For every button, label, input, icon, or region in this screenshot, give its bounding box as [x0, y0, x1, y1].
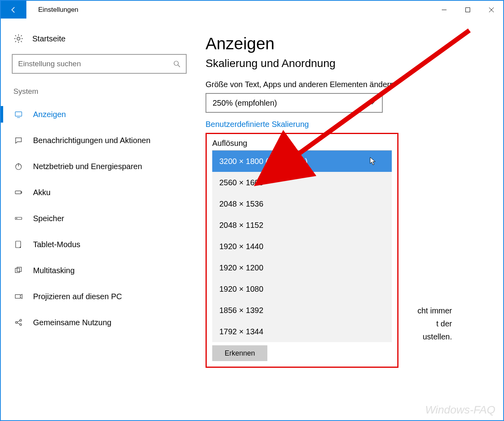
resolution-option-label: 1920 × 1080 — [219, 285, 263, 294]
scale-label: Größe von Text, Apps und anderen Element… — [206, 80, 487, 89]
sidebar-item-label: Netzbetrieb und Energiesparen — [33, 162, 142, 171]
project-icon — [13, 292, 24, 301]
svg-rect-17 — [15, 268, 20, 273]
sidebar-item-label: Gemeinsame Nutzung — [33, 318, 111, 327]
svg-rect-15 — [16, 241, 21, 248]
svg-point-14 — [17, 218, 17, 218]
maximize-icon — [465, 7, 471, 13]
chat-icon — [13, 136, 24, 145]
minimize-button[interactable] — [432, 1, 456, 19]
sidebar-item-label: Akku — [33, 188, 50, 197]
sidebar-item-label: Benachrichtigungen und Aktionen — [33, 136, 150, 145]
cursor-icon — [370, 157, 376, 166]
monitor-icon — [13, 110, 24, 119]
svg-point-20 — [15, 322, 17, 324]
sidebar-item-tablet[interactable]: Tablet-Modus — [1, 231, 198, 257]
svg-rect-18 — [17, 267, 21, 272]
battery-icon — [13, 188, 24, 197]
gear-icon — [13, 34, 24, 44]
back-button[interactable] — [1, 1, 26, 19]
resolution-option[interactable]: 1920 × 1080 — [212, 278, 392, 300]
sidebar-item-battery[interactable]: Akku — [1, 179, 198, 205]
scale-value: 250% (empfohlen) — [213, 99, 369, 108]
chevron-down-icon — [369, 99, 376, 106]
svg-line-23 — [17, 320, 20, 322]
page-title: Anzeigen — [206, 34, 487, 53]
multitask-icon — [13, 266, 24, 275]
search-icon — [173, 60, 180, 67]
svg-rect-1 — [466, 7, 470, 12]
minimize-icon — [441, 7, 447, 13]
maximize-button[interactable] — [456, 1, 480, 19]
main-panel: Anzeigen Skalierung und Anordnung Größe … — [198, 19, 503, 420]
svg-rect-7 — [15, 112, 22, 116]
sidebar-item-display[interactable]: Anzeigen — [1, 101, 198, 127]
sidebar: Startseite Einstellung suchen System Anz… — [1, 19, 198, 420]
sidebar-item-multitasking[interactable]: Multitasking — [1, 257, 198, 283]
resolution-label: Auflösung — [212, 139, 392, 148]
sidebar-item-share[interactable]: Gemeinsame Nutzung — [1, 309, 198, 335]
sidebar-item-label: Tablet-Modus — [33, 240, 80, 249]
resolution-option-label: 1920 × 1200 — [219, 263, 263, 272]
sidebar-home[interactable]: Startseite — [1, 30, 198, 47]
svg-line-24 — [17, 323, 20, 324]
resolution-option[interactable]: 1920 × 1440 — [212, 236, 392, 257]
resolution-option-label: 1920 × 1440 — [219, 242, 263, 251]
svg-point-16 — [20, 247, 21, 248]
resolution-option[interactable]: 1856 × 1392 — [212, 300, 392, 321]
sidebar-item-label: Speicher — [33, 214, 64, 223]
sidebar-item-label: Multitasking — [33, 266, 75, 275]
sidebar-home-label: Startseite — [32, 34, 65, 43]
resolution-option-label: 2560 × 1600 — [219, 178, 263, 187]
custom-scaling-link[interactable]: Benutzerdefinierte Skalierung — [206, 120, 309, 129]
svg-point-5 — [174, 61, 178, 65]
title-bar: Einstellungen — [1, 1, 503, 19]
share-icon — [13, 318, 24, 327]
resolution-option[interactable]: 1920 × 1200 — [212, 257, 392, 278]
sidebar-item-storage[interactable]: Speicher — [1, 205, 198, 231]
resolution-dropdown[interactable]: 3200 × 1800 (empfohlen) 2560 × 1600 2048… — [212, 150, 392, 342]
svg-rect-19 — [15, 294, 20, 298]
close-icon — [489, 7, 494, 13]
resolution-option[interactable]: 3200 × 1800 (empfohlen) — [212, 151, 392, 172]
window-title: Einstellungen — [26, 1, 78, 19]
close-button[interactable] — [480, 1, 503, 19]
svg-rect-12 — [21, 192, 22, 193]
power-icon — [13, 162, 24, 171]
resolution-option-label: 2048 × 1536 — [219, 199, 263, 209]
resolution-option-label: 2048 × 1152 — [219, 221, 263, 230]
search-input[interactable]: Einstellung suchen — [12, 54, 187, 74]
resolution-option[interactable]: 2560 × 1600 — [212, 172, 392, 193]
resolution-option[interactable]: 1792 × 1344 — [212, 321, 392, 342]
resolution-highlight: Auflösung 3200 × 1800 (empfohlen) 2560 ×… — [206, 133, 398, 368]
resolution-option[interactable]: 2048 × 1536 — [212, 193, 392, 214]
resolution-option-label: 1792 × 1344 — [219, 327, 263, 336]
section-title: Skalierung und Anordnung — [206, 57, 487, 70]
svg-line-6 — [178, 65, 180, 67]
svg-point-4 — [17, 37, 20, 40]
sidebar-item-notifications[interactable]: Benachrichtigungen und Aktionen — [1, 127, 198, 153]
resolution-option-label: 1856 × 1392 — [219, 306, 263, 315]
scale-dropdown[interactable]: 250% (empfohlen) — [206, 93, 383, 113]
svg-point-21 — [20, 319, 22, 321]
sidebar-group-label: System — [1, 85, 198, 101]
tablet-icon — [13, 240, 24, 249]
storage-icon — [13, 214, 24, 223]
detect-button[interactable]: Erkennen — [212, 345, 267, 361]
sidebar-item-power[interactable]: Netzbetrieb und Energiesparen — [1, 153, 198, 179]
search-placeholder: Einstellung suchen — [18, 60, 173, 68]
svg-rect-11 — [15, 191, 21, 194]
resolution-option-label: 3200 × 1800 (empfohlen) — [219, 157, 308, 166]
sidebar-item-label: Projizieren auf diesen PC — [33, 292, 122, 301]
sidebar-item-label: Anzeigen — [33, 110, 66, 119]
svg-point-22 — [20, 324, 22, 326]
resolution-option[interactable]: 2048 × 1152 — [212, 214, 392, 236]
arrow-left-icon — [10, 6, 18, 14]
sidebar-item-project[interactable]: Projizieren auf diesen PC — [1, 283, 198, 309]
